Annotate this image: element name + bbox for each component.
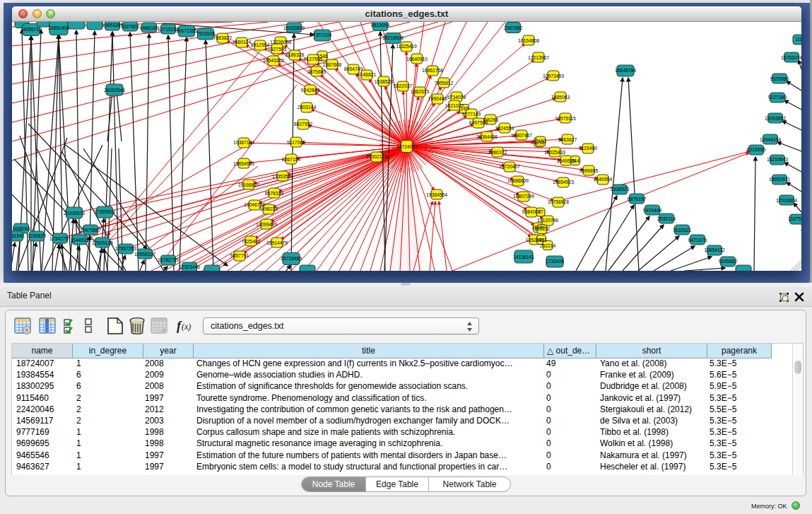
svg-text:14055712: 14055712 — [20, 27, 42, 32]
svg-text:14099489: 14099489 — [256, 222, 277, 227]
svg-text:1362615: 1362615 — [411, 89, 430, 94]
svg-text:19654925: 19654925 — [233, 161, 254, 166]
svg-text:11325419: 11325419 — [396, 44, 417, 49]
svg-text:9227349: 9227349 — [768, 95, 787, 100]
svg-text:19384554: 19384554 — [426, 192, 447, 197]
svg-text:10654112: 10654112 — [704, 247, 725, 252]
svg-text:17957253: 17957253 — [115, 246, 136, 251]
svg-text:9327505: 9327505 — [268, 47, 287, 52]
svg-text:2803144: 2803144 — [298, 105, 317, 110]
svg-text:12093852: 12093852 — [765, 116, 786, 121]
svg-text:16543362: 16543362 — [263, 58, 284, 63]
svg-text:115132: 115132 — [534, 226, 550, 231]
svg-text:8813054: 8813054 — [371, 23, 390, 28]
svg-text:12505135: 12505135 — [92, 240, 113, 245]
svg-text:8912954: 8912954 — [251, 42, 270, 47]
svg-text:3660124: 3660124 — [233, 40, 252, 45]
svg-text:6879197: 6879197 — [628, 197, 647, 201]
svg-text:20691406: 20691406 — [48, 25, 69, 30]
svg-text:16210643: 16210643 — [767, 157, 788, 162]
svg-text:1167534: 1167534 — [788, 216, 801, 221]
svg-text:7663822: 7663822 — [213, 35, 233, 40]
svg-text:14136141: 14136141 — [513, 255, 534, 259]
svg-text:16640910: 16640910 — [406, 57, 428, 62]
svg-text:10975867: 10975867 — [80, 228, 101, 233]
svg-text:3498222: 3498222 — [259, 206, 278, 211]
svg-text:2087682: 2087682 — [504, 25, 523, 30]
svg-text:9857791: 9857791 — [230, 253, 249, 258]
svg-text:9115460: 9115460 — [579, 146, 597, 151]
svg-text:15751074: 15751074 — [781, 55, 801, 60]
svg-text:10756928: 10756928 — [548, 199, 569, 204]
svg-text:8267150: 8267150 — [282, 157, 301, 162]
svg-text:12444154: 12444154 — [760, 137, 781, 142]
svg-text:18807249: 18807249 — [513, 194, 534, 199]
svg-text:8427552: 8427552 — [294, 122, 313, 127]
svg-text:12213967: 12213967 — [528, 55, 549, 60]
svg-text:6734078: 6734078 — [447, 95, 466, 100]
svg-text:15720407: 15720407 — [499, 164, 520, 169]
svg-text:16914479: 16914479 — [266, 240, 288, 245]
svg-text:2160: 2160 — [535, 139, 546, 144]
svg-text:17359924: 17359924 — [94, 209, 115, 214]
svg-text:8454749: 8454749 — [344, 66, 363, 71]
svg-text:1640954: 1640954 — [594, 177, 613, 182]
svg-text:12975115: 12975115 — [555, 116, 576, 121]
svg-text:9474444: 9474444 — [643, 208, 662, 213]
svg-text:7515526: 7515526 — [196, 31, 216, 36]
svg-text:9245652: 9245652 — [719, 259, 738, 264]
svg-text:2481: 2481 — [536, 238, 546, 243]
svg-text:3875685: 3875685 — [307, 69, 326, 74]
svg-text:9146821: 9146821 — [358, 72, 377, 77]
svg-text:67: 67 — [538, 209, 543, 214]
svg-text:7485063: 7485063 — [551, 95, 570, 100]
svg-text:8471676: 8471676 — [688, 238, 707, 243]
svg-text:16154808: 16154808 — [518, 38, 539, 43]
svg-text:16961758: 16961758 — [422, 68, 443, 73]
svg-text:9117008: 9117008 — [287, 140, 305, 145]
svg-text:19166827: 19166827 — [238, 182, 259, 187]
svg-text:12342757: 12342757 — [49, 236, 71, 241]
svg-text:15692971: 15692971 — [769, 177, 790, 182]
svg-text:10671355: 10671355 — [176, 28, 197, 33]
svg-text:18724007: 18724007 — [396, 144, 418, 149]
svg-text:19218506: 19218506 — [382, 35, 404, 40]
svg-text:8186328: 8186328 — [286, 52, 305, 57]
svg-text:1117: 1117 — [795, 37, 801, 42]
svg-text:9127505: 9127505 — [304, 57, 323, 62]
svg-text:7625402: 7625402 — [242, 239, 261, 244]
svg-text:10653287: 10653287 — [102, 23, 123, 28]
svg-text:19654923: 19654923 — [553, 180, 574, 185]
svg-text:16782759: 16782759 — [158, 257, 179, 262]
svg-text:13226058: 13226058 — [270, 40, 291, 45]
svg-text:1527602: 1527602 — [121, 24, 140, 29]
svg-text:10120746: 10120746 — [537, 218, 558, 223]
svg-text:10025433: 10025433 — [544, 150, 565, 155]
svg-text:15716485: 15716485 — [281, 256, 302, 261]
svg-text:10973493: 10973493 — [543, 74, 564, 78]
svg-text:3624554: 3624554 — [495, 126, 514, 131]
svg-text:26053346: 26053346 — [104, 88, 125, 93]
svg-text:5938923: 5938923 — [611, 187, 630, 192]
svg-text:13353594: 13353594 — [272, 174, 293, 179]
svg-text:7955812: 7955812 — [435, 81, 454, 86]
svg-text:10688609: 10688609 — [507, 178, 529, 183]
svg-text:9329966: 9329966 — [770, 76, 789, 81]
svg-text:1435061: 1435061 — [12, 226, 30, 231]
svg-text:9242848: 9242848 — [301, 88, 320, 93]
svg-text:10958107: 10958107 — [134, 252, 155, 257]
svg-text:9699695: 9699695 — [579, 168, 599, 173]
svg-text:2935114: 2935114 — [657, 216, 676, 221]
svg-text:5322037: 5322037 — [394, 83, 413, 88]
svg-text:25302173: 25302173 — [366, 154, 387, 159]
svg-text:1733426: 1733426 — [546, 259, 565, 264]
svg-text:6497568: 6497568 — [469, 120, 488, 125]
svg-text:12323446: 12323446 — [179, 264, 200, 269]
svg-text:1144519: 1144519 — [71, 238, 89, 243]
svg-text:9463627: 9463627 — [558, 137, 577, 142]
svg-text:10807487: 10807487 — [511, 133, 532, 138]
svg-text:20364436: 20364436 — [476, 134, 498, 139]
svg-text:1990448: 1990448 — [428, 96, 447, 101]
svg-text:145: 145 — [460, 106, 469, 111]
svg-text:8215955: 8215955 — [747, 147, 766, 152]
